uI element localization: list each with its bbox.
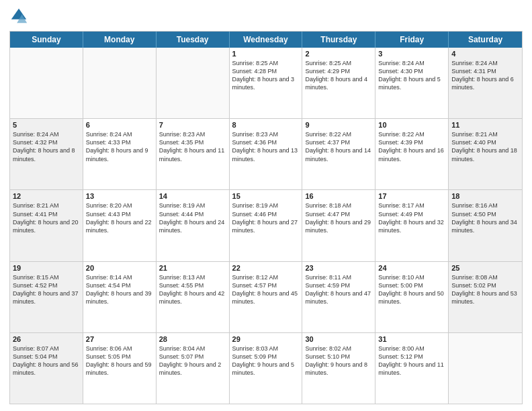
calendar-cell: 17Sunrise: 8:17 AM Sunset: 4:49 PM Dayli… [375,190,449,261]
day-number: 1 [232,50,300,58]
cell-info: Sunrise: 8:20 AM Sunset: 4:43 PM Dayligh… [86,201,153,234]
logo-icon [9,7,28,26]
day-number: 4 [451,50,519,58]
calendar-cell: 22Sunrise: 8:12 AM Sunset: 4:57 PM Dayli… [230,262,303,332]
cell-info: Sunrise: 8:02 AM Sunset: 5:10 PM Dayligh… [305,345,372,377]
cell-info: Sunrise: 8:25 AM Sunset: 4:29 PM Dayligh… [305,59,372,92]
cell-info: Sunrise: 8:23 AM Sunset: 4:36 PM Dayligh… [232,130,300,163]
calendar-cell: 16Sunrise: 8:18 AM Sunset: 4:47 PM Dayli… [302,190,375,261]
calendar-cell: 8Sunrise: 8:23 AM Sunset: 4:36 PM Daylig… [230,119,303,189]
calendar-cell: 1Sunrise: 8:25 AM Sunset: 4:28 PM Daylig… [230,48,303,118]
cell-info: Sunrise: 8:17 AM Sunset: 4:49 PM Dayligh… [378,201,445,234]
day-number: 22 [232,264,300,272]
day-number: 24 [378,264,445,272]
day-number: 21 [159,264,226,272]
cell-info: Sunrise: 8:00 AM Sunset: 5:12 PM Dayligh… [378,345,445,377]
cell-info: Sunrise: 8:21 AM Sunset: 4:41 PM Dayligh… [13,201,80,234]
day-number: 20 [86,264,153,272]
day-number: 13 [86,192,153,200]
calendar-cell: 11Sunrise: 8:21 AM Sunset: 4:40 PM Dayli… [449,119,522,189]
day-number: 7 [159,121,226,129]
page: SundayMondayTuesdayWednesdayThursdayFrid… [0,0,532,411]
cell-info: Sunrise: 8:24 AM Sunset: 4:33 PM Dayligh… [86,130,153,163]
calendar-cell: 4Sunrise: 8:24 AM Sunset: 4:31 PM Daylig… [449,48,522,118]
day-number: 26 [13,335,80,343]
calendar-body: 1Sunrise: 8:25 AM Sunset: 4:28 PM Daylig… [10,48,522,404]
cell-info: Sunrise: 8:22 AM Sunset: 4:39 PM Dayligh… [378,130,445,163]
cell-info: Sunrise: 8:06 AM Sunset: 5:05 PM Dayligh… [86,345,153,377]
calendar-cell: 7Sunrise: 8:23 AM Sunset: 4:35 PM Daylig… [157,119,230,189]
cell-info: Sunrise: 8:12 AM Sunset: 4:57 PM Dayligh… [232,273,300,306]
day-header-tuesday: Tuesday [157,32,230,48]
day-number: 10 [378,121,445,129]
day-number: 28 [159,335,226,343]
calendar-cell: 13Sunrise: 8:20 AM Sunset: 4:43 PM Dayli… [83,190,157,261]
calendar-cell: 30Sunrise: 8:02 AM Sunset: 5:10 PM Dayli… [302,333,375,404]
day-number: 15 [232,192,300,200]
day-number: 5 [13,121,80,129]
calendar-cell [83,48,157,118]
day-number: 29 [232,335,300,343]
calendar-cell: 19Sunrise: 8:15 AM Sunset: 4:52 PM Dayli… [10,262,83,332]
calendar-cell: 26Sunrise: 8:07 AM Sunset: 5:04 PM Dayli… [10,333,83,404]
day-number: 11 [451,121,519,129]
header [9,7,523,26]
svg-marker-0 [11,9,26,19]
calendar-row-2: 12Sunrise: 8:21 AM Sunset: 4:41 PM Dayli… [10,189,522,261]
day-number: 19 [13,264,80,272]
calendar-cell: 23Sunrise: 8:11 AM Sunset: 4:59 PM Dayli… [302,262,375,332]
day-number: 30 [305,335,372,343]
calendar: SundayMondayTuesdayWednesdayThursdayFrid… [9,31,523,404]
cell-info: Sunrise: 8:07 AM Sunset: 5:04 PM Dayligh… [13,345,80,377]
cell-info: Sunrise: 8:24 AM Sunset: 4:31 PM Dayligh… [451,59,519,92]
day-header-wednesday: Wednesday [230,32,303,48]
day-number: 2 [305,50,372,58]
day-header-sunday: Sunday [10,32,83,48]
cell-info: Sunrise: 8:21 AM Sunset: 4:40 PM Dayligh… [451,130,519,163]
calendar-cell: 3Sunrise: 8:24 AM Sunset: 4:30 PM Daylig… [375,48,449,118]
day-number: 6 [86,121,153,129]
calendar-header: SundayMondayTuesdayWednesdayThursdayFrid… [10,32,522,48]
cell-info: Sunrise: 8:16 AM Sunset: 4:50 PM Dayligh… [451,201,519,234]
calendar-row-3: 19Sunrise: 8:15 AM Sunset: 4:52 PM Dayli… [10,261,522,332]
cell-info: Sunrise: 8:24 AM Sunset: 4:30 PM Dayligh… [378,59,445,92]
cell-info: Sunrise: 8:11 AM Sunset: 4:59 PM Dayligh… [305,273,372,306]
calendar-cell [157,48,230,118]
cell-info: Sunrise: 8:24 AM Sunset: 4:32 PM Dayligh… [13,130,80,163]
cell-info: Sunrise: 8:19 AM Sunset: 4:46 PM Dayligh… [232,201,300,234]
day-number: 8 [232,121,300,129]
cell-info: Sunrise: 8:15 AM Sunset: 4:52 PM Dayligh… [13,273,80,306]
calendar-cell: 18Sunrise: 8:16 AM Sunset: 4:50 PM Dayli… [449,190,522,261]
cell-info: Sunrise: 8:08 AM Sunset: 5:02 PM Dayligh… [451,273,519,306]
cell-info: Sunrise: 8:03 AM Sunset: 5:09 PM Dayligh… [232,345,300,377]
day-header-thursday: Thursday [302,32,375,48]
cell-info: Sunrise: 8:25 AM Sunset: 4:28 PM Dayligh… [232,59,300,92]
day-header-friday: Friday [375,32,449,48]
day-number: 31 [378,335,445,343]
cell-info: Sunrise: 8:22 AM Sunset: 4:37 PM Dayligh… [305,130,372,163]
day-header-saturday: Saturday [449,32,522,48]
calendar-cell: 28Sunrise: 8:04 AM Sunset: 5:07 PM Dayli… [157,333,230,404]
calendar-cell: 27Sunrise: 8:06 AM Sunset: 5:05 PM Dayli… [83,333,157,404]
calendar-row-0: 1Sunrise: 8:25 AM Sunset: 4:28 PM Daylig… [10,48,522,118]
day-number: 23 [305,264,372,272]
cell-info: Sunrise: 8:13 AM Sunset: 4:55 PM Dayligh… [159,273,226,306]
day-number: 17 [378,192,445,200]
calendar-cell: 21Sunrise: 8:13 AM Sunset: 4:55 PM Dayli… [157,262,230,332]
calendar-cell: 25Sunrise: 8:08 AM Sunset: 5:02 PM Dayli… [449,262,522,332]
calendar-row-1: 5Sunrise: 8:24 AM Sunset: 4:32 PM Daylig… [10,118,522,189]
cell-info: Sunrise: 8:18 AM Sunset: 4:47 PM Dayligh… [305,201,372,234]
day-number: 25 [451,264,519,272]
calendar-cell [10,48,83,118]
logo [9,7,31,26]
cell-info: Sunrise: 8:19 AM Sunset: 4:44 PM Dayligh… [159,201,226,234]
cell-info: Sunrise: 8:23 AM Sunset: 4:35 PM Dayligh… [159,130,226,163]
calendar-cell: 14Sunrise: 8:19 AM Sunset: 4:44 PM Dayli… [157,190,230,261]
calendar-row-4: 26Sunrise: 8:07 AM Sunset: 5:04 PM Dayli… [10,332,522,404]
calendar-cell: 6Sunrise: 8:24 AM Sunset: 4:33 PM Daylig… [83,119,157,189]
day-number: 18 [451,192,519,200]
cell-info: Sunrise: 8:04 AM Sunset: 5:07 PM Dayligh… [159,345,226,377]
calendar-cell: 24Sunrise: 8:10 AM Sunset: 5:00 PM Dayli… [375,262,449,332]
calendar-cell [449,333,522,404]
calendar-cell: 5Sunrise: 8:24 AM Sunset: 4:32 PM Daylig… [10,119,83,189]
